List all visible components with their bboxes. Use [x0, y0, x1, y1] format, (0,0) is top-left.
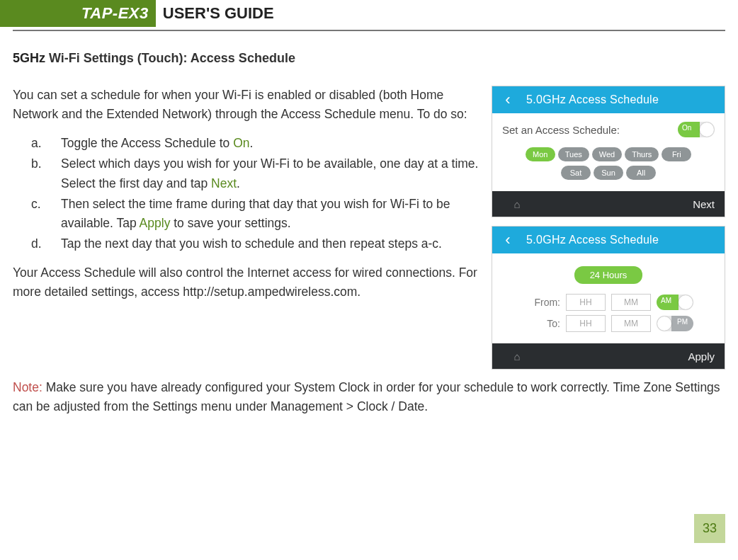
- from-label: From:: [518, 297, 560, 308]
- note-paragraph: Note: Make sure you have already configu…: [13, 378, 725, 416]
- to-ampm-toggle[interactable]: PM: [657, 316, 693, 331]
- section-heading: 5GHz Wi-Fi Settings (Touch): Access Sche…: [13, 51, 725, 66]
- doc-header: TAP-EX3 USER'S GUIDE: [0, 0, 725, 27]
- step-d: d. Tap the next day that you wish to sch…: [44, 234, 725, 253]
- phone-header: ‹ 5.0GHz Access Schedule: [492, 86, 725, 113]
- highlight-apply: Apply: [140, 216, 171, 230]
- note-label: Note:: [13, 380, 42, 394]
- from-ampm-toggle[interactable]: AM: [657, 295, 693, 310]
- phone-title: 5.0GHz Access Schedule: [523, 93, 725, 106]
- 24hours-pill[interactable]: 24 Hours: [574, 266, 643, 284]
- to-mm-input[interactable]: MM: [611, 315, 651, 332]
- doc-title: USER'S GUIDE: [156, 0, 725, 27]
- apply-button[interactable]: Apply: [688, 350, 725, 362]
- from-mm-input[interactable]: MM: [611, 294, 651, 311]
- step-b: b. Select which days you wish for your W…: [44, 154, 725, 193]
- back-icon[interactable]: ‹: [492, 91, 523, 109]
- step-a: a. Toggle the Access Schedule to On.: [44, 134, 725, 153]
- highlight-on: On: [233, 136, 249, 150]
- time-grid: From: HH MM AM To: HH MM PM: [502, 294, 715, 332]
- section-heading-rest: Wi-Fi Settings (Touch): Access Schedule: [45, 51, 295, 65]
- step-c: c. Then select the time frame during tha…: [44, 195, 725, 233]
- home-icon[interactable]: ⌂: [492, 350, 542, 362]
- to-hh-input[interactable]: HH: [566, 315, 606, 332]
- page-number: 33: [694, 514, 725, 543]
- highlight-next: Next: [211, 176, 237, 190]
- note-text: Make sure you have already configured yo…: [13, 380, 720, 413]
- section-heading-prefix: 5GHz: [13, 51, 45, 65]
- header-rule: [13, 30, 725, 31]
- product-badge: TAP-EX3: [0, 0, 156, 27]
- to-label: To:: [518, 318, 560, 329]
- from-hh-input[interactable]: HH: [566, 294, 606, 311]
